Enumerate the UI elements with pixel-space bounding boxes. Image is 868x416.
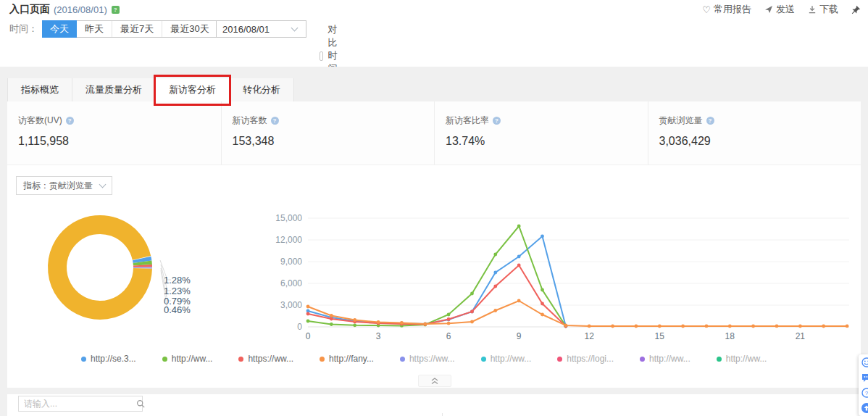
legend-dot-icon	[320, 357, 325, 362]
legend-item[interactable]: http://ww...	[481, 354, 532, 364]
legend-dot-icon	[81, 357, 86, 362]
metric-value: 13.74%	[446, 135, 648, 148]
preset-last7days[interactable]: 最近7天	[112, 21, 162, 37]
smiley-icon[interactable]	[861, 357, 868, 368]
search-icon[interactable]	[136, 399, 146, 409]
collapse-panel-button[interactable]	[418, 375, 451, 387]
svg-text:12,000: 12,000	[275, 235, 302, 245]
metric-uv: 访客数(UV) ? 1,115,958	[7, 101, 221, 165]
tab-conversion[interactable]: 转化分析	[230, 78, 294, 101]
legend-label: http://fany...	[329, 354, 374, 364]
legend-dot-icon	[162, 357, 167, 362]
legend-item[interactable]: http://fany...	[320, 354, 374, 364]
chevron-double-up-icon	[430, 377, 439, 385]
download-button[interactable]: 下载	[808, 3, 838, 16]
legend-dot-icon	[238, 357, 243, 362]
chat-bubble-icon[interactable]	[861, 372, 868, 383]
svg-text:?: ?	[865, 390, 868, 396]
svg-text:0: 0	[306, 331, 311, 341]
legend-item[interactable]: http://ww...	[162, 354, 213, 364]
metric-contributed-pageviews: 贡献浏览量 ? 3,036,429	[648, 101, 861, 165]
date-input[interactable]	[217, 24, 286, 35]
legend-dot-icon	[717, 357, 722, 362]
pin-button[interactable]	[851, 5, 861, 14]
help-icon[interactable]: ?	[493, 117, 501, 125]
tab-metrics-overview[interactable]: 指标概览	[7, 78, 72, 101]
metric-value: 153,348	[233, 135, 435, 148]
legend-label: http://ww...	[491, 354, 532, 364]
tab-new-visitors[interactable]: 新访客分析	[156, 78, 230, 101]
svg-text:15,000: 15,000	[275, 213, 302, 223]
donut-slice-label: 1.23%	[164, 286, 191, 296]
metric-label: 新访客比率	[446, 115, 489, 127]
legend-item[interactable]: https://ww...	[238, 354, 293, 364]
donut-slice-label: 0.46%	[164, 304, 191, 315]
svg-text:6,000: 6,000	[280, 278, 302, 288]
svg-text:3: 3	[376, 331, 381, 341]
svg-text:15: 15	[655, 331, 665, 341]
table-column-divider	[442, 413, 443, 416]
send-icon	[764, 5, 773, 14]
svg-text:3,000: 3,000	[280, 300, 302, 310]
donut-slice-label: 1.28%	[164, 275, 191, 286]
metric-label: 贡献浏览量	[659, 115, 703, 127]
title-help-icon[interactable]: ?	[112, 6, 120, 14]
legend-item[interactable]: http://ww...	[640, 354, 690, 364]
metric-selector-dropdown[interactable]: 指标： 贡献浏览量	[16, 176, 112, 195]
help-circle-icon[interactable]: ?	[861, 387, 868, 399]
heart-icon: ♡	[702, 4, 711, 15]
page-header: 入口页面 (2016/08/01) ? ♡ 常用报告 发送 下载 时间： 今天	[0, 0, 868, 67]
send-button[interactable]: 发送	[764, 3, 795, 16]
legend-item[interactable]: https://logi...	[557, 354, 614, 364]
legend-item[interactable]: https://ww...	[400, 354, 455, 364]
search-input[interactable]	[19, 399, 136, 409]
metric-label: 访客数(UV)	[18, 115, 62, 127]
search-box	[18, 396, 143, 412]
download-label: 下载	[819, 3, 838, 16]
floating-toolbar: ?	[859, 354, 868, 416]
metric-value: 3,036,429	[659, 135, 861, 148]
legend-dot-icon	[481, 357, 486, 362]
legend-item[interactable]: http://se.3...	[81, 354, 136, 364]
legend-item[interactable]: http://ww...	[717, 354, 767, 364]
tab-new-visitors-label: 新访客分析	[169, 84, 216, 95]
chart-legend: http://se.3...http://ww...https://ww...h…	[81, 354, 835, 364]
metric-label: 新访客数	[233, 115, 267, 127]
compare-checkbox[interactable]	[320, 51, 323, 61]
tab-bar: 指标概览 流量质量分析 新访客分析 转化分析	[7, 78, 294, 101]
chevron-down-icon	[99, 181, 107, 188]
legend-label: http://ww...	[172, 354, 213, 364]
preset-today[interactable]: 今天	[42, 20, 77, 38]
legend-label: https://ww...	[248, 354, 293, 364]
report-card: 访客数(UV) ? 1,115,958 新访客数 ? 153,348 新访客比率…	[7, 101, 861, 388]
legend-label: http://se.3...	[91, 354, 136, 364]
table-card	[7, 394, 861, 416]
page-title-date: (2016/08/01)	[54, 4, 107, 15]
legend-label: https://ww...	[409, 354, 455, 364]
legend-label: https://logi...	[567, 354, 614, 364]
chevron-down-icon	[291, 25, 299, 32]
svg-text:9: 9	[517, 331, 522, 341]
date-picker[interactable]	[216, 20, 306, 38]
legend-dot-icon	[400, 357, 405, 362]
svg-text:6: 6	[446, 331, 451, 341]
legend-label: http://ww...	[726, 354, 767, 364]
legend-dot-icon	[557, 357, 562, 362]
favorites-label: 常用报告	[714, 3, 751, 16]
tab-traffic-quality[interactable]: 流量质量分析	[72, 78, 156, 101]
preset-yesterday[interactable]: 昨天	[77, 21, 112, 37]
svg-text:21: 21	[796, 331, 806, 341]
preset-last30days[interactable]: 最近30天	[162, 21, 217, 37]
time-filter-label: 时间：	[9, 22, 38, 36]
help-icon[interactable]: ?	[66, 117, 74, 125]
time-preset-group: 今天 昨天 最近7天 最近30天	[42, 20, 218, 38]
svg-text:9,000: 9,000	[280, 257, 302, 267]
favorites-button[interactable]: ♡ 常用报告	[702, 3, 751, 16]
back-to-top-icon[interactable]	[861, 402, 868, 414]
download-icon	[808, 5, 817, 14]
page-title: 入口页面	[9, 3, 50, 16]
help-icon[interactable]: ?	[271, 117, 279, 125]
svg-text:18: 18	[725, 331, 735, 341]
metric-selector-label: 指标：	[23, 180, 49, 192]
help-icon[interactable]: ?	[706, 117, 714, 125]
